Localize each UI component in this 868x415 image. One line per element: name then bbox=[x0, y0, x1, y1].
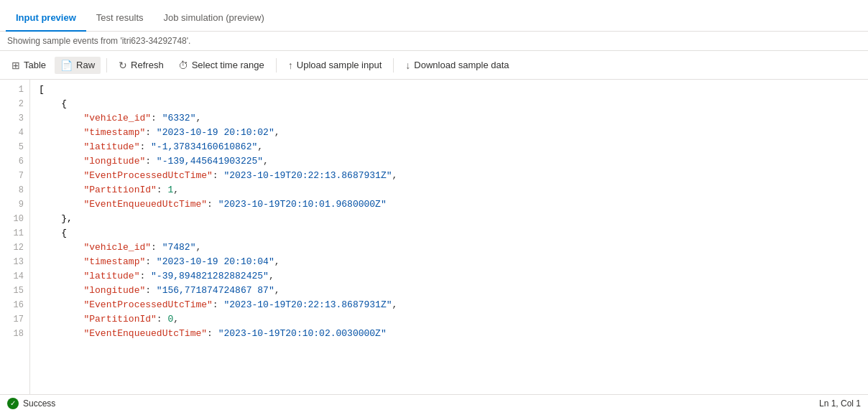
tab-test-results[interactable]: Test results bbox=[86, 5, 154, 32]
line-number: 14 bbox=[0, 269, 29, 284]
line-number: 10 bbox=[0, 212, 29, 226]
code-line: "timestamp": "2023-10-19 20:10:02", bbox=[39, 126, 868, 140]
code-line: "longitude": "-139,445641903225", bbox=[39, 154, 868, 169]
line-number: 3 bbox=[0, 111, 29, 126]
code-line: "EventProcessedUtcTime": "2023-10-19T20:… bbox=[39, 298, 868, 312]
code-line: "EventEnqueuedUtcTime": "2023-10-19T20:1… bbox=[39, 197, 868, 212]
line-number: 4 bbox=[0, 126, 29, 140]
line-number: 5 bbox=[0, 140, 29, 154]
line-number: 12 bbox=[0, 241, 29, 255]
line-number: 2 bbox=[0, 97, 29, 111]
raw-icon: 📄 bbox=[60, 60, 73, 71]
status-bar: ✓ Success Ln 1, Col 1 bbox=[0, 394, 868, 411]
divider-1 bbox=[106, 58, 107, 73]
line-number: 13 bbox=[0, 255, 29, 269]
upload-icon: ↑ bbox=[288, 60, 293, 71]
subtitle: Showing sample events from 'itri623-3429… bbox=[0, 32, 868, 51]
upload-button[interactable]: ↑ Upload sample input bbox=[282, 57, 388, 74]
tab-job-simulation[interactable]: Job simulation (preview) bbox=[154, 5, 274, 32]
code-line: "EventProcessedUtcTime": "2023-10-19T20:… bbox=[39, 169, 868, 183]
tab-bar: Input preview Test results Job simulatio… bbox=[0, 0, 868, 32]
success-icon: ✓ bbox=[7, 398, 19, 409]
table-button[interactable]: ⊞ Table bbox=[6, 57, 52, 74]
refresh-button[interactable]: ↻ Refresh bbox=[113, 57, 170, 74]
code-line: [ bbox=[39, 83, 868, 97]
line-number: 9 bbox=[0, 197, 29, 212]
line-number: 6 bbox=[0, 154, 29, 169]
line-number: 8 bbox=[0, 183, 29, 197]
code-content[interactable]: [ { "vehicle_id": "6332", "timestamp": "… bbox=[30, 80, 868, 394]
cursor-position: Ln 1, Col 1 bbox=[819, 398, 861, 409]
code-line: "PartitionId": 1, bbox=[39, 183, 868, 197]
table-icon: ⊞ bbox=[11, 60, 20, 71]
code-line: "EventEnqueuedUtcTime": "2023-10-19T20:1… bbox=[39, 327, 868, 341]
code-line: "latitude": "-39,894821282882425", bbox=[39, 269, 868, 284]
refresh-icon: ↻ bbox=[119, 60, 127, 71]
time-range-button[interactable]: ⏱ Select time range bbox=[172, 57, 270, 74]
code-line: "longitude": "156,771874724867 87", bbox=[39, 284, 868, 298]
line-numbers: 123456789101112131415161718 bbox=[0, 80, 30, 394]
code-line: "vehicle_id": "7482", bbox=[39, 241, 868, 255]
status-left: ✓ Success bbox=[7, 398, 55, 409]
divider-2 bbox=[276, 58, 277, 73]
code-line: "vehicle_id": "6332", bbox=[39, 111, 868, 126]
code-area: 123456789101112131415161718 [ { "vehicle… bbox=[0, 80, 868, 394]
code-line: { bbox=[39, 97, 868, 111]
line-number: 15 bbox=[0, 284, 29, 298]
toolbar: ⊞ Table 📄 Raw ↻ Refresh ⏱ Select time ra… bbox=[0, 51, 868, 80]
code-line: "latitude": "-1,37834160610862", bbox=[39, 140, 868, 154]
line-number: 11 bbox=[0, 226, 29, 241]
line-number: 18 bbox=[0, 327, 29, 341]
download-icon: ↓ bbox=[405, 60, 410, 71]
code-line: }, bbox=[39, 212, 868, 226]
divider-3 bbox=[393, 58, 394, 73]
code-line: "timestamp": "2023-10-19 20:10:04", bbox=[39, 255, 868, 269]
raw-button[interactable]: 📄 Raw bbox=[55, 57, 101, 74]
download-button[interactable]: ↓ Download sample data bbox=[400, 57, 514, 74]
code-line: "PartitionId": 0, bbox=[39, 312, 868, 327]
line-number: 17 bbox=[0, 312, 29, 327]
clock-icon: ⏱ bbox=[178, 60, 188, 71]
line-number: 16 bbox=[0, 298, 29, 312]
tab-input-preview[interactable]: Input preview bbox=[6, 5, 86, 32]
line-number: 7 bbox=[0, 169, 29, 183]
status-text: Success bbox=[23, 398, 55, 409]
line-number: 1 bbox=[0, 83, 29, 97]
code-line: { bbox=[39, 226, 868, 241]
